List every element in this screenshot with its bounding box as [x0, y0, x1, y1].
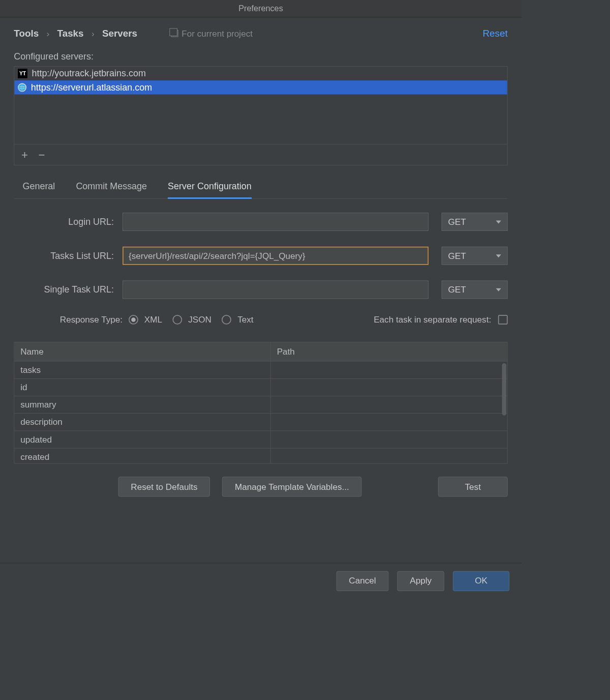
breadcrumb-sep: › — [47, 28, 50, 39]
server-item-youtrack[interactable]: YT http://youtrack.jetbrains.com — [14, 67, 507, 80]
tasks-list-url-input[interactable] — [123, 247, 429, 265]
single-task-method-select[interactable]: GET — [442, 280, 508, 299]
youtrack-icon: YT — [18, 69, 27, 78]
mapping-table: Name Path tasks id summary description u… — [14, 342, 507, 463]
server-url: https://serverurl.atlassian.com — [31, 82, 152, 93]
window-title: Preferences — [0, 0, 522, 17]
configured-servers-label: Configured servers: — [14, 51, 507, 62]
ok-button[interactable]: OK — [453, 571, 509, 591]
server-list-toolbar: + − — [14, 144, 507, 165]
single-task-url-label: Single Task URL: — [14, 284, 123, 295]
chevron-down-icon — [496, 220, 501, 223]
breadcrumb-tasks[interactable]: Tasks — [57, 28, 84, 39]
dialog-footer: Cancel Apply OK — [0, 563, 522, 598]
globe-icon: 🌐 — [18, 83, 26, 92]
server-list[interactable]: YT http://youtrack.jetbrains.com 🌐 https… — [14, 66, 507, 144]
response-type-xml-radio[interactable] — [129, 315, 138, 325]
table-row[interactable]: tasks — [14, 362, 507, 379]
table-row[interactable]: updated — [14, 431, 507, 448]
column-header-path[interactable]: Path — [271, 342, 507, 361]
breadcrumb-servers[interactable]: Servers — [102, 28, 137, 39]
login-url-input[interactable] — [123, 213, 429, 231]
test-button[interactable]: Test — [438, 477, 508, 497]
server-item-atlassian[interactable]: 🌐 https://serverurl.atlassian.com — [14, 80, 507, 94]
tab-general[interactable]: General — [22, 181, 55, 198]
response-type-text-radio[interactable] — [222, 315, 231, 325]
chevron-down-icon — [496, 288, 501, 291]
for-current-project-label: For current project — [171, 28, 253, 39]
response-type-label: Response Type: — [36, 314, 123, 325]
add-server-button[interactable]: + — [21, 149, 28, 160]
apply-button[interactable]: Apply — [397, 571, 444, 591]
tabs: General Commit Message Server Configurat… — [14, 181, 507, 199]
server-url: http://youtrack.jetbrains.com — [32, 68, 146, 79]
tab-server-configuration[interactable]: Server Configuration — [168, 181, 252, 199]
response-type-json-label: JSON — [188, 314, 211, 325]
cancel-button[interactable]: Cancel — [337, 571, 389, 591]
table-row[interactable]: description — [14, 414, 507, 431]
response-type-xml-label: XML — [144, 314, 162, 325]
tab-commit-message[interactable]: Commit Message — [76, 181, 147, 198]
each-task-label: Each task in separate request: — [374, 314, 491, 325]
response-type-text-label: Text — [237, 314, 253, 325]
breadcrumb-tools[interactable]: Tools — [14, 28, 39, 39]
column-header-name[interactable]: Name — [14, 342, 270, 361]
chevron-down-icon — [496, 254, 501, 257]
breadcrumb-sep: › — [92, 28, 95, 39]
response-type-json-radio[interactable] — [173, 315, 182, 325]
table-body: tasks id summary description updated cre… — [14, 362, 507, 464]
table-row[interactable]: id — [14, 379, 507, 396]
remove-server-button[interactable]: − — [38, 149, 45, 160]
reset-link[interactable]: Reset — [482, 28, 507, 39]
manage-template-variables-button[interactable]: Manage Template Variables... — [222, 477, 361, 497]
reset-to-defaults-button[interactable]: Reset to Defaults — [118, 477, 210, 497]
breadcrumb: Tools › Tasks › Servers For current proj… — [14, 28, 507, 39]
table-row[interactable]: created — [14, 449, 507, 464]
single-task-url-input[interactable] — [123, 280, 429, 299]
copy-icon — [171, 30, 178, 37]
login-url-label: Login URL: — [14, 217, 123, 227]
scrollbar-thumb[interactable] — [502, 363, 507, 416]
tasks-list-method-select[interactable]: GET — [442, 247, 508, 265]
table-row[interactable]: summary — [14, 396, 507, 414]
each-task-checkbox[interactable] — [498, 315, 508, 325]
login-url-method-select[interactable]: GET — [442, 213, 508, 231]
tasks-list-url-label: Tasks List URL: — [14, 250, 123, 261]
